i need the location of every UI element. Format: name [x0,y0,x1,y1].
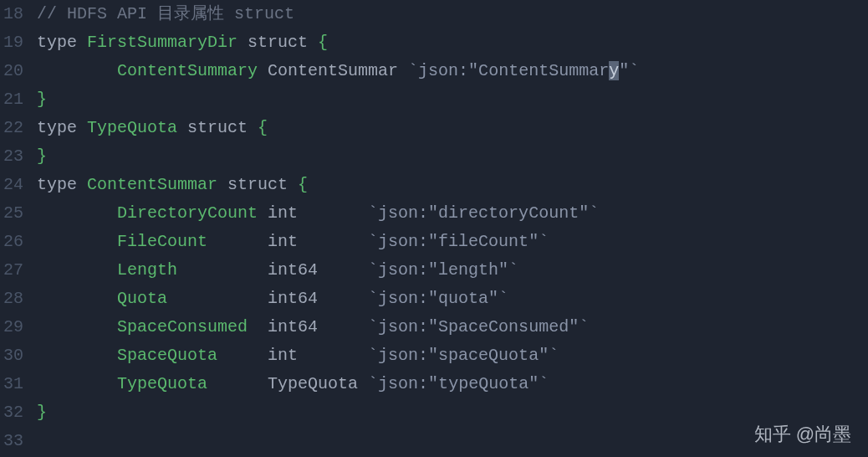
code-token [207,374,268,393]
line-number: 21 [0,85,23,114]
code-token: `json:"fileCount"` [368,232,549,251]
code-token: type [37,175,87,194]
code-token [37,374,117,393]
code-token: `json:"SpaceConsumed"` [368,317,589,336]
line-number: 18 [0,0,23,28]
code-token: y [609,61,619,80]
code-line[interactable]: SpaceQuota int `json:"spaceQuota"` [37,341,868,370]
line-number: 28 [0,285,23,313]
code-line[interactable]: SpaceConsumed int64 `json:"SpaceConsumed… [37,313,868,341]
line-number: 30 [0,341,23,370]
code-token [37,289,117,308]
code-token: int [268,346,298,365]
line-number: 33 [0,427,23,455]
code-line[interactable]: ContentSummary ContentSummar `json:"Cont… [37,57,868,85]
line-number: 26 [0,228,23,256]
code-token [37,317,117,336]
code-token: struct [177,118,258,137]
code-token: int [268,232,298,251]
code-token [167,289,268,308]
code-token: { [298,175,308,194]
code-token: { [258,118,268,137]
code-token: int64 [268,260,318,280]
code-token [37,61,117,80]
code-token: Length [117,260,177,280]
code-token [207,232,268,251]
code-token [358,374,368,393]
code-editor[interactable]: 18192021222324252627282930313233 // HDFS… [0,0,868,457]
code-token: type [37,33,87,52]
line-number-gutter: 18192021222324252627282930313233 [0,0,30,457]
code-token [298,232,368,251]
code-token [177,260,268,280]
code-token [398,61,408,80]
code-token: Quota [117,289,167,308]
code-token: struct [217,175,298,194]
code-line[interactable]: } [37,85,868,114]
code-token: int [268,203,298,223]
line-number: 20 [0,57,23,85]
code-token [258,61,268,80]
code-token [248,317,268,336]
code-token: } [37,146,47,166]
code-token: { [318,33,328,52]
code-token: `json:"ContentSummar [408,61,609,80]
line-number: 32 [0,398,23,427]
code-token: SpaceQuota [117,346,217,365]
code-token [318,317,368,336]
code-token [258,203,268,223]
code-token: ContentSummary [117,61,258,80]
code-token: // HDFS API 目录属性 struct [37,4,294,23]
line-number: 31 [0,370,23,398]
line-number: 29 [0,313,23,341]
code-line[interactable]: FileCount int `json:"fileCount"` [37,228,868,256]
code-line[interactable]: Length int64 `json:"length"` [37,256,868,285]
code-token: `json:"quota"` [368,289,508,308]
code-token: int64 [268,317,318,336]
code-token: TypeQuota [87,118,177,137]
code-token: FileCount [117,232,207,251]
code-token: type [37,118,87,137]
line-number: 19 [0,28,23,57]
code-token: "` [619,61,639,80]
line-number: 24 [0,171,23,199]
code-line[interactable]: type TypeQuota struct { [37,114,868,142]
code-line[interactable]: type FirstSummaryDir struct { [37,28,868,57]
code-token [37,260,117,280]
code-token: int64 [268,289,318,308]
line-number: 22 [0,114,23,142]
code-token: FirstSummaryDir [87,33,237,52]
code-token: struct [237,33,318,52]
line-number: 23 [0,142,23,171]
code-token: `json:"length"` [368,260,518,280]
code-token [298,346,368,365]
code-token: DirectoryCount [117,203,258,223]
code-token: ContentSummar [87,175,217,194]
line-number: 25 [0,199,23,228]
watermark-text: 知乎 @尚墨 [754,422,851,447]
code-line[interactable]: TypeQuota TypeQuota `json:"typeQuota"` [37,370,868,398]
code-token: ContentSummar [268,61,398,80]
code-token [217,346,268,365]
code-line[interactable]: // HDFS API 目录属性 struct [37,0,868,28]
code-token [37,203,117,223]
code-token: SpaceConsumed [117,317,248,336]
code-token: TypeQuota [268,374,358,393]
code-line[interactable]: DirectoryCount int `json:"directoryCount… [37,199,868,228]
line-number: 27 [0,256,23,285]
code-token [37,346,117,365]
code-token [298,203,368,223]
code-token [318,260,368,280]
code-line[interactable]: Quota int64 `json:"quota"` [37,285,868,313]
code-line[interactable] [37,427,868,455]
code-line[interactable]: } [37,142,868,171]
code-content-area[interactable]: // HDFS API 目录属性 structtype FirstSummary… [30,0,868,457]
code-line[interactable]: } [37,398,868,427]
code-token: } [37,90,47,109]
code-token: `json:"spaceQuota"` [368,346,559,365]
code-token [37,232,117,251]
code-line[interactable]: type ContentSummar struct { [37,171,868,199]
code-token: `json:"typeQuota"` [368,374,549,393]
code-token: TypeQuota [117,374,207,393]
code-token [318,289,368,308]
